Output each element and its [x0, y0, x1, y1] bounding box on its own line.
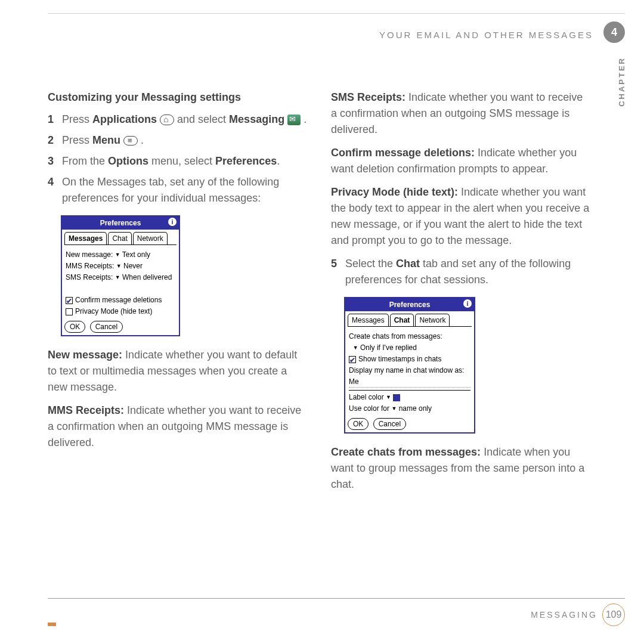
bold-preferences: Preferences: [215, 155, 277, 167]
value: Only if I've replied: [360, 343, 417, 352]
tab-messages: Messages: [64, 232, 107, 244]
cancel-button: Cancel: [90, 321, 123, 333]
bold-options: Options: [108, 155, 148, 167]
term: Privacy Mode (hide text):: [331, 186, 458, 198]
bold-applications: Applications: [92, 113, 157, 125]
step-1: 1 Press Applications and select Messagin…: [48, 112, 307, 128]
page-number: 109: [602, 603, 625, 626]
text: Press: [62, 113, 92, 125]
row-create-chats: Create chats from messages:: [349, 331, 470, 342]
step-number: 1: [48, 112, 62, 128]
row-new-message: New message: ▼ Text only: [66, 249, 175, 260]
tab-network: Network: [133, 232, 168, 244]
dialog-body: Create chats from messages: ▼ Only if I'…: [348, 326, 472, 416]
def-privacy-mode: Privacy Mode (hide text): Indicate wheth…: [331, 184, 590, 249]
info-icon: i: [463, 299, 472, 308]
step-number: 4: [48, 174, 62, 206]
label: MMS Receipts:: [66, 262, 114, 270]
tab-network: Network: [415, 314, 450, 326]
step-body: On the Messages tab, set any of the foll…: [62, 174, 307, 206]
footer-section: MESSAGING: [531, 610, 597, 620]
check-timestamps: Show timestamps in chats: [349, 354, 470, 364]
dialog-title: Preferences i: [345, 298, 474, 311]
tab-chat: Chat: [108, 232, 131, 244]
top-rule: [48, 13, 625, 14]
tab-messages: Messages: [348, 314, 389, 326]
step-4: 4 On the Messages tab, set any of the fo…: [48, 174, 307, 206]
step-number: 3: [48, 153, 62, 169]
dropdown-icon: ▼: [386, 394, 391, 402]
value: name only: [399, 404, 432, 413]
right-column: SMS Receipts: Indicate whether you want …: [331, 89, 590, 584]
title-text: Preferences: [389, 301, 431, 309]
page-footer: MESSAGING 109: [48, 598, 625, 626]
chapter-label-vertical: CHAPTER: [617, 57, 626, 107]
step-5: 5 Select the Chat tab and set any of the…: [331, 256, 590, 288]
check-confirm-deletions: Confirm message deletions: [66, 295, 175, 305]
text: From the: [62, 155, 108, 167]
step-2: 2 Press Menu .: [48, 132, 307, 148]
value: Never: [123, 262, 143, 270]
section-title: Customizing your Messaging settings: [48, 89, 307, 106]
dropdown-icon: ▼: [353, 344, 358, 352]
label: Use color for: [349, 404, 389, 413]
check-label: Confirm message deletions: [75, 296, 162, 304]
tabs: Messages Chat Network: [345, 311, 474, 326]
dialog-title: Preferences i: [62, 216, 179, 230]
step-number: 5: [331, 256, 345, 288]
info-icon: i: [168, 218, 177, 226]
term: New message:: [48, 349, 122, 361]
step-number: 2: [48, 132, 62, 148]
text: .: [301, 113, 306, 125]
tabs: Messages Chat Network: [62, 230, 179, 244]
step-body: Press Menu .: [62, 132, 307, 148]
text: .: [277, 155, 280, 167]
term: SMS Receipts:: [331, 91, 405, 103]
text: menu, select: [148, 155, 215, 167]
footer-accent: [48, 623, 56, 626]
check-label: Privacy Mode (hide text): [75, 307, 152, 315]
def-confirm-deletions: Confirm message deletions: Indicate whet…: [331, 145, 590, 177]
preferences-messages-screenshot: Preferences i Messages Chat Network New …: [61, 215, 180, 336]
row-create-chats-value: ▼ Only if I've replied: [349, 342, 470, 353]
tab-chat: Chat: [390, 314, 414, 326]
dropdown-icon: ▼: [115, 251, 120, 259]
step-3: 3 From the Options menu, select Preferen…: [48, 153, 307, 169]
row-display-name: Display my name in chat window as:: [349, 365, 470, 376]
value: When delivered: [122, 273, 172, 281]
ok-button: OK: [64, 321, 85, 333]
row-label-color: Label color ▼: [349, 390, 470, 402]
checkbox-icon: [349, 356, 356, 363]
steps-list: 1 Press Applications and select Messagin…: [48, 112, 307, 206]
home-icon: [160, 114, 174, 125]
step-body: From the Options menu, select Preference…: [62, 153, 307, 169]
row-mms: MMS Receipts: ▼ Never: [66, 261, 175, 271]
text: Press: [62, 134, 92, 146]
row-display-name-value: Me: [349, 376, 470, 388]
messaging-icon: [287, 114, 301, 125]
row-use-color: Use color for ▼ name only: [349, 403, 470, 414]
dialog-buttons: OK Cancel: [345, 416, 474, 432]
label: New message:: [66, 250, 113, 259]
left-column: Customizing your Messaging settings 1 Pr…: [48, 89, 307, 584]
preferences-chat-screenshot: Preferences i Messages Chat Network Crea…: [344, 297, 475, 434]
check-label: Show timestamps in chats: [358, 355, 441, 363]
dialog-buttons: OK Cancel: [62, 318, 179, 335]
running-head: YOUR EMAIL AND OTHER MESSAGES: [379, 30, 593, 40]
bold-menu: Menu: [92, 134, 120, 146]
text: and select: [174, 113, 229, 125]
ok-button: OK: [348, 418, 369, 430]
bold-messaging: Messaging: [229, 113, 284, 125]
label: SMS Receipts:: [66, 273, 113, 281]
term: MMS Receipts:: [48, 404, 124, 416]
def-mms-receipts: MMS Receipts: Indicate whether you want …: [48, 402, 307, 451]
step-body: Select the Chat tab and set any of the f…: [345, 256, 590, 288]
dropdown-icon: ▼: [116, 262, 122, 271]
row-sms: SMS Receipts: ▼ When delivered: [66, 272, 175, 283]
dropdown-icon: ▼: [115, 274, 120, 282]
value: Text only: [122, 250, 150, 259]
text: .: [138, 134, 144, 146]
step-body: Press Applications and select Messaging …: [62, 112, 307, 128]
bold-chat: Chat: [396, 258, 420, 270]
def-sms-receipts: SMS Receipts: Indicate whether you want …: [331, 89, 590, 138]
